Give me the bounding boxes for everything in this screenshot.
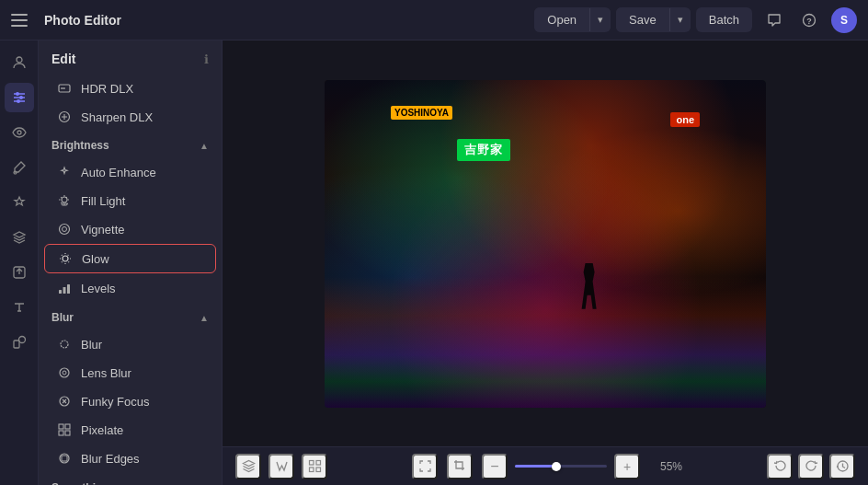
blur-icon [57,337,72,352]
history-button[interactable] [829,454,855,479]
canvas-view: 吉野家 one YOSHINOYA [223,40,868,446]
svg-rect-36 [316,461,321,466]
topbar-left: Photo Editor [11,7,525,33]
bottom-center: − + 55% [412,454,682,479]
pixelate-icon [57,422,72,437]
lens-blur-icon [57,365,72,380]
svg-rect-21 [59,290,62,294]
avatar[interactable]: S [831,7,857,33]
svg-rect-12 [14,341,19,348]
menu-item-fill-light[interactable]: Fill Light [44,187,216,214]
zoom-percent: 55% [649,460,682,473]
save-arrow[interactable]: ▾ [669,8,691,31]
topbar-center: Open ▾ Save ▾ Batch [534,7,752,32]
svg-point-2 [17,57,22,63]
open-arrow[interactable]: ▾ [589,8,611,31]
fill-light-label: Fill Light [81,194,125,208]
menu-item-glow[interactable]: Glow [44,244,216,273]
svg-rect-28 [59,424,63,429]
sidebar-icon-brush[interactable] [5,153,34,182]
hdr-label: HDR DLX [81,82,133,96]
canvas-area: 吉野家 one YOSHINOYA [223,40,868,485]
blur-title: Blur [51,311,74,324]
zoom-out-button[interactable]: − [482,454,508,479]
menu-item-vignette[interactable]: Vignette [44,215,216,243]
layers-button[interactable] [235,454,261,479]
menu-item-lens-blur[interactable]: Lens Blur [44,359,216,387]
grid-button[interactable] [302,454,327,479]
zoom-track[interactable] [515,465,607,468]
sidebar-icon-text[interactable] [5,293,34,322]
svg-rect-33 [62,456,67,461]
brightness-header[interactable]: Brightness ▲ [39,132,222,157]
hdr-icon [57,81,72,96]
undo-button[interactable] [767,454,793,479]
info-icon[interactable]: ℹ [204,52,209,66]
sidebar-icon-effects[interactable] [5,188,34,217]
crop-button[interactable] [447,454,473,479]
auto-enhance-label: Auto Enhance [81,166,156,179]
menu-item-pixelate[interactable]: Pixelate [44,416,216,444]
save-button[interactable]: Save [616,7,669,32]
topbar-right: ? S [761,7,857,33]
svg-rect-37 [309,468,314,472]
sidebar-icon-eye[interactable] [5,118,34,147]
svg-point-9 [17,131,21,134]
menu-item-blur[interactable]: Blur [44,330,216,358]
blur-label: Blur [81,338,102,352]
fit-button[interactable] [412,454,438,479]
blur-edges-icon [57,451,72,466]
svg-text:?: ? [806,17,812,26]
sidebar-icon-layers[interactable] [5,223,34,252]
sidebar-icon-profile[interactable] [5,48,34,77]
mask-button[interactable] [268,454,294,479]
batch-button[interactable]: Batch [696,7,752,32]
smoothing-title: Smoothing [51,481,109,485]
svg-point-20 [63,256,68,261]
sign-green: 吉野家 [457,139,510,161]
sidebar-icon-export[interactable] [5,258,34,287]
section-smoothing: Smoothing ▲ Denoise AI [39,474,222,485]
blur-edges-label: Blur Edges [81,452,140,466]
menu-item-auto-enhance[interactable]: Auto Enhance [44,158,216,186]
sidebar-icon-adjust[interactable] [5,83,34,112]
svg-point-6 [19,96,23,99]
menu-item-hdr[interactable]: HDR DLX [44,75,216,102]
open-button[interactable]: Open [534,7,589,32]
zoom-in-button[interactable]: + [614,454,640,479]
svg-rect-31 [65,431,70,435]
bottom-right [767,454,855,479]
svg-point-26 [63,371,66,375]
menu-item-funky-focus[interactable]: Funky Focus [44,387,216,415]
menu-item-sharpen[interactable]: Sharpen DLX [44,103,216,131]
bottom-bar: − + 55% [223,446,868,485]
sidebar-icon-shape[interactable] [5,328,34,357]
menu-icon[interactable] [11,7,37,33]
blur-chevron: ▲ [200,313,209,323]
vignette-label: Vignette [81,223,124,237]
sharpen-label: Sharpen DLX [81,110,153,124]
icon-sidebar [0,40,39,485]
sign-yellow: YOSHINOYA [391,106,452,120]
svg-point-13 [18,337,25,343]
section-blur: Blur ▲ Blur Lens Blur [39,304,222,472]
menu-item-blur-edges[interactable]: Blur Edges [44,445,216,472]
lens-blur-label: Lens Blur [81,366,131,380]
levels-icon [57,281,72,295]
sign-red: one [670,112,700,127]
redo-button[interactable] [798,454,824,479]
topbar: Photo Editor Open ▾ Save ▾ Batch ? S [0,0,868,40]
blur-header[interactable]: Blur ▲ [39,304,222,329]
menu-item-levels[interactable]: Levels [44,274,216,302]
panel-header: Edit ℹ [39,40,222,74]
smoothing-header[interactable]: Smoothing ▲ [39,474,222,485]
panel-title: Edit [51,52,75,66]
svg-point-8 [17,99,20,103]
vignette-icon [57,222,72,237]
chat-icon[interactable] [761,7,787,33]
svg-rect-22 [63,287,66,294]
glow-icon [58,251,73,266]
svg-point-18 [60,225,70,235]
sharpen-icon [57,110,72,124]
help-icon[interactable]: ? [796,7,822,33]
